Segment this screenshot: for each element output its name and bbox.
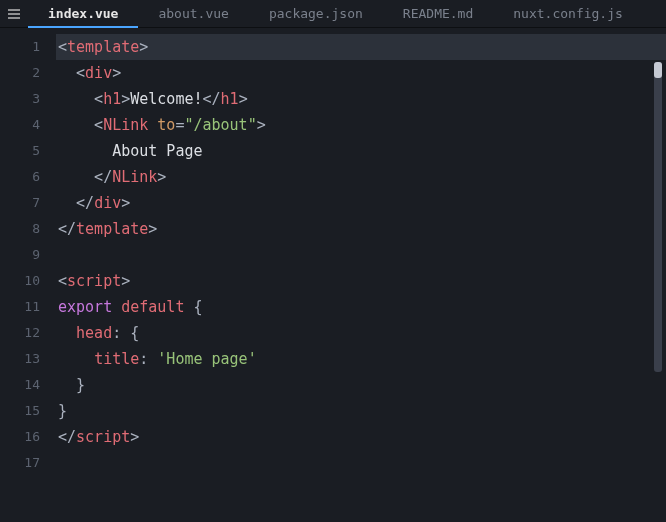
code-line[interactable]: <template> — [56, 34, 666, 60]
line-number: 2 — [0, 60, 56, 86]
code-line[interactable]: export default { — [56, 294, 666, 320]
token: < — [58, 38, 67, 56]
tab-package-json[interactable]: package.json — [249, 0, 383, 28]
line-number: 5 — [0, 138, 56, 164]
line-number: 7 — [0, 190, 56, 216]
token — [148, 116, 157, 134]
line-number: 17 — [0, 450, 56, 476]
tab-README-md[interactable]: README.md — [383, 0, 493, 28]
token: > — [130, 428, 139, 446]
code-line[interactable]: <NLink to="/about"> — [56, 112, 666, 138]
token: </ — [58, 194, 94, 212]
token: > — [121, 194, 130, 212]
token: div — [85, 64, 112, 82]
line-number: 12 — [0, 320, 56, 346]
token: </ — [58, 168, 112, 186]
tab-index-vue[interactable]: index.vue — [28, 0, 138, 28]
token: } — [58, 402, 67, 420]
code-line[interactable]: <script> — [56, 268, 666, 294]
code-line[interactable]: title: 'Home page' — [56, 346, 666, 372]
code-line[interactable]: </div> — [56, 190, 666, 216]
line-number: 14 — [0, 372, 56, 398]
token: to — [157, 116, 175, 134]
token: div — [94, 194, 121, 212]
code-line[interactable]: <h1>Welcome!</h1> — [56, 86, 666, 112]
editor: 1234567891011121314151617 <template> <di… — [0, 28, 666, 522]
token: NLink — [112, 168, 157, 186]
token: </ — [58, 428, 76, 446]
token: > — [148, 220, 157, 238]
tab-about-vue[interactable]: about.vue — [138, 0, 248, 28]
token: > — [157, 168, 166, 186]
token: < — [58, 272, 67, 290]
tab-bar: index.vueabout.vuepackage.jsonREADME.mdn… — [0, 0, 666, 28]
token: default — [121, 298, 184, 316]
token — [58, 350, 94, 368]
code-line[interactable] — [56, 242, 666, 268]
code-line[interactable]: </script> — [56, 424, 666, 450]
code-line[interactable]: </NLink> — [56, 164, 666, 190]
tab-nuxt-config-js[interactable]: nuxt.config.js — [493, 0, 643, 28]
token: script — [76, 428, 130, 446]
code-area[interactable]: <template> <div> <h1>Welcome!</h1> <NLin… — [56, 28, 666, 522]
line-number: 4 — [0, 112, 56, 138]
line-number: 15 — [0, 398, 56, 424]
token: : — [139, 350, 157, 368]
token: head — [76, 324, 112, 342]
line-number-gutter: 1234567891011121314151617 — [0, 28, 56, 522]
token: template — [76, 220, 148, 238]
line-number: 9 — [0, 242, 56, 268]
token: Welcome! — [130, 90, 202, 108]
scrollbar-thumb[interactable] — [654, 62, 662, 78]
line-number: 13 — [0, 346, 56, 372]
token: h1 — [103, 90, 121, 108]
code-line[interactable]: head: { — [56, 320, 666, 346]
code-line[interactable]: } — [56, 372, 666, 398]
line-number: 11 — [0, 294, 56, 320]
token: 'Home page' — [157, 350, 256, 368]
token: > — [257, 116, 266, 134]
token: > — [139, 38, 148, 56]
token: "/about" — [184, 116, 256, 134]
code-line[interactable]: </template> — [56, 216, 666, 242]
token: < — [58, 90, 103, 108]
tabs-container: index.vueabout.vuepackage.jsonREADME.mdn… — [28, 0, 666, 28]
token: } — [58, 376, 85, 394]
token: NLink — [103, 116, 148, 134]
token: > — [112, 64, 121, 82]
line-number: 6 — [0, 164, 56, 190]
line-number: 16 — [0, 424, 56, 450]
token: > — [121, 90, 130, 108]
token: > — [239, 90, 248, 108]
token: </ — [203, 90, 221, 108]
code-line[interactable]: <div> — [56, 60, 666, 86]
code-line[interactable]: } — [56, 398, 666, 424]
line-number: 1 — [0, 34, 56, 60]
token: About Page — [58, 142, 203, 160]
token: title — [94, 350, 139, 368]
token — [58, 324, 76, 342]
token — [112, 298, 121, 316]
token: { — [184, 298, 202, 316]
scrollbar-track[interactable] — [654, 62, 662, 372]
menu-icon[interactable] — [0, 6, 28, 22]
token: < — [58, 64, 85, 82]
line-number: 3 — [0, 86, 56, 112]
token: export — [58, 298, 112, 316]
code-line[interactable]: About Page — [56, 138, 666, 164]
token: > — [121, 272, 130, 290]
token: < — [58, 116, 103, 134]
code-line[interactable] — [56, 450, 666, 476]
token: h1 — [221, 90, 239, 108]
token: : { — [112, 324, 139, 342]
line-number: 8 — [0, 216, 56, 242]
line-number: 10 — [0, 268, 56, 294]
token: script — [67, 272, 121, 290]
token: template — [67, 38, 139, 56]
token: </ — [58, 220, 76, 238]
